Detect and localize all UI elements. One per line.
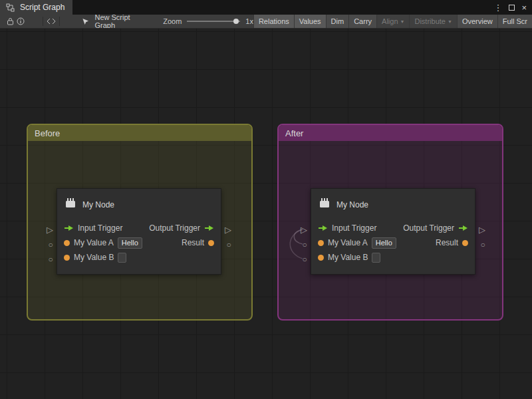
value-b-input[interactable] [372, 253, 380, 263]
dim-label: Dim [331, 17, 344, 25]
zoom-value: 1x [245, 17, 253, 25]
menu-kebab-icon[interactable]: ⋮ [493, 3, 502, 12]
distribute-label: Distribute [414, 17, 445, 25]
value-port-icon[interactable] [208, 240, 214, 246]
tab-bar: Script Graph ⋮ × [0, 0, 532, 15]
zoom-label: Zoom [163, 17, 182, 25]
node-my-node-before[interactable]: My Node Input Trigger Output Trigger [57, 188, 221, 275]
relations-button[interactable]: Relations [253, 15, 294, 29]
node-my-node-after[interactable]: My Node Input Trigger Output Trigger [311, 188, 475, 275]
external-value-port[interactable]: ○ [478, 240, 487, 249]
trigger-arrow-icon[interactable] [64, 222, 74, 234]
group-after-header[interactable]: After [279, 125, 502, 141]
dim-button[interactable]: Dim [326, 15, 349, 29]
graph-name[interactable]: New Script Graph [80, 15, 143, 29]
value-a-input[interactable]: Hello [118, 237, 142, 249]
value-a-label: My Value A [74, 238, 114, 247]
group-before-label: Before [35, 128, 60, 138]
value-port-icon[interactable] [64, 240, 70, 246]
node-title: My Node [82, 200, 114, 209]
external-trigger-out-port[interactable]: ▷ [477, 225, 487, 234]
value-b-input[interactable] [118, 253, 126, 263]
external-value-port[interactable]: ○ [300, 240, 309, 249]
output-trigger-label: Output Trigger [403, 223, 454, 233]
script-graph-icon [4, 1, 16, 13]
code-view-icon[interactable] [46, 15, 56, 27]
value-b-label: My Value B [328, 253, 368, 262]
external-value-port[interactable]: ○ [300, 255, 309, 264]
chevron-down-icon: ▼ [448, 19, 452, 24]
carry-button[interactable]: Carry [348, 15, 376, 29]
trigger-arrow-icon[interactable] [318, 222, 328, 234]
value-port-icon[interactable] [318, 240, 324, 246]
value-a-label: My Value A [328, 238, 368, 247]
close-icon[interactable]: × [521, 3, 527, 12]
align-label: Align [382, 17, 398, 25]
toolbar-divider [59, 17, 60, 26]
node-header: My Node [318, 197, 468, 213]
external-trigger-in-port[interactable]: ▷ [299, 225, 309, 234]
group-before-header[interactable]: Before [28, 125, 251, 141]
toolbar-buttons: Relations Values Dim Carry Align ▼ Distr… [253, 15, 532, 29]
graph-toolbar: New Script Graph Zoom 1x Relations Value… [0, 15, 532, 29]
external-trigger-in-port[interactable]: ▷ [45, 225, 55, 234]
trigger-arrow-icon[interactable] [458, 222, 468, 234]
value-b-label: My Value B [74, 253, 114, 262]
external-value-port[interactable]: ○ [46, 240, 55, 249]
chevron-down-icon: ▼ [400, 19, 405, 24]
relations-label: Relations [259, 17, 289, 25]
input-trigger-label: Input Trigger [332, 223, 376, 233]
node-header: My Node [64, 197, 214, 213]
value-a-input[interactable]: Hello [372, 237, 396, 249]
zoom-control: Zoom 1x [163, 17, 253, 25]
values-button[interactable]: Values [294, 15, 326, 29]
zoom-slider-knob[interactable] [233, 19, 239, 24]
overview-label: Overview [462, 17, 493, 25]
overview-button[interactable]: Overview [457, 15, 497, 29]
unit-icon [318, 198, 331, 212]
graph-canvas[interactable]: Before After My Node [0, 29, 532, 399]
distribute-button[interactable]: Distribute ▼ [409, 15, 456, 29]
toolbar-divider [43, 17, 43, 26]
result-label: Result [436, 238, 458, 247]
trigger-arrow-icon[interactable] [204, 222, 214, 234]
fullscreen-label: Full Scr [503, 17, 527, 25]
group-after-label: After [285, 128, 303, 138]
result-label: Result [182, 238, 204, 247]
tab-script-graph[interactable]: Script Graph [0, 0, 72, 15]
external-value-port[interactable]: ○ [46, 255, 55, 264]
values-label: Values [299, 17, 321, 25]
tab-label: Script Graph [20, 3, 65, 12]
unit-icon [64, 198, 77, 212]
output-trigger-label: Output Trigger [149, 223, 200, 233]
fullscreen-button[interactable]: Full Scr [497, 15, 532, 29]
info-icon[interactable] [15, 15, 25, 27]
pointer-icon [80, 15, 90, 27]
value-port-icon[interactable] [64, 255, 70, 261]
graph-name-label: New Script Graph [94, 15, 143, 29]
external-trigger-out-port[interactable]: ▷ [223, 225, 233, 234]
align-button[interactable]: Align ▼ [376, 15, 409, 29]
input-trigger-label: Input Trigger [78, 223, 122, 233]
node-title: My Node [336, 200, 368, 209]
value-port-icon[interactable] [318, 255, 324, 261]
zoom-slider[interactable] [187, 17, 240, 25]
script-graph-window: Script Graph ⋮ × [0, 0, 532, 399]
carry-label: Carry [354, 17, 372, 25]
lock-icon[interactable] [5, 15, 15, 27]
value-port-icon[interactable] [462, 240, 468, 246]
zoom-slider-track [187, 21, 240, 22]
maximize-icon[interactable] [509, 5, 515, 11]
external-value-port[interactable]: ○ [224, 240, 233, 249]
window-controls: ⋮ × [493, 0, 532, 15]
